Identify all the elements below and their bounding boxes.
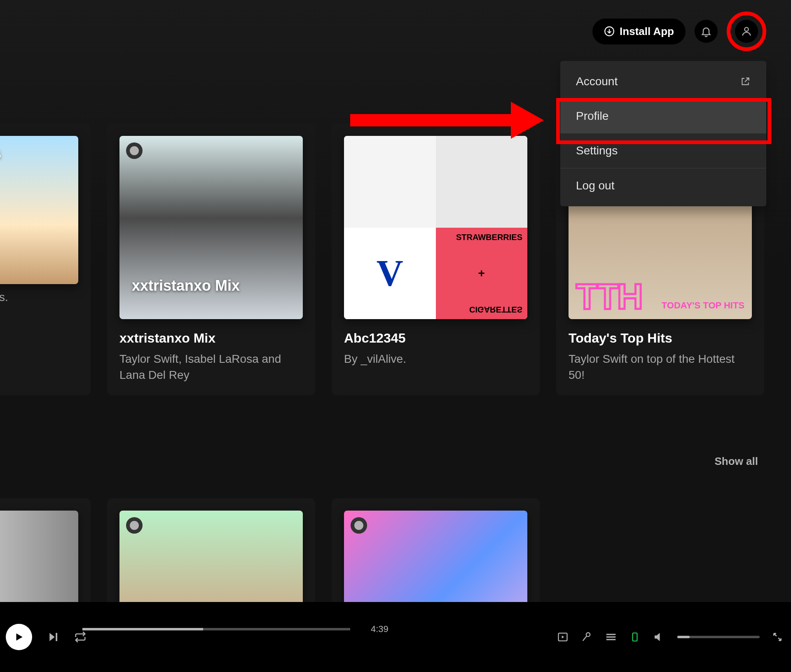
install-app-label: Install App: [620, 25, 674, 38]
fullscreen-button[interactable]: [772, 632, 783, 642]
menu-item-logout[interactable]: Log out: [560, 168, 766, 203]
download-circle-icon: [604, 26, 615, 37]
menu-item-label: Account: [576, 75, 618, 88]
notifications-button[interactable]: [695, 20, 718, 43]
connect-device-button[interactable]: [630, 632, 640, 642]
playlist-card[interactable]: V STRAWBERRIES + CIGARETTES Abc12345 By …: [332, 124, 540, 395]
spotify-badge-icon: [126, 142, 143, 159]
svg-point-2: [130, 146, 139, 155]
svg-rect-7: [633, 633, 637, 641]
playlist-title: xxtristanxo Mix: [119, 331, 303, 346]
playlist-thumbnail: V STRAWBERRIES + CIGARETTES: [344, 136, 527, 319]
menu-item-account[interactable]: Account: [560, 64, 766, 99]
mute-button[interactable]: [653, 631, 665, 643]
external-link-icon: [740, 76, 751, 87]
playlist-title: Abc12345: [344, 331, 527, 346]
repeat-icon: [74, 631, 87, 643]
progress-bar[interactable]: [82, 628, 350, 630]
player-bar: 4:39: [0, 602, 791, 672]
svg-point-6: [586, 633, 590, 637]
queue-button[interactable]: [605, 631, 617, 643]
playlist-card[interactable]: Chill Hits …est new …ts.: [0, 124, 91, 395]
fullscreen-icon: [772, 632, 783, 642]
menu-item-label: Profile: [576, 110, 608, 123]
volume-slider[interactable]: [677, 636, 760, 638]
show-all-link[interactable]: Show all: [715, 455, 758, 468]
playlist-title: Today's Top Hits: [569, 331, 752, 346]
elapsed-time: 4:39: [371, 624, 388, 635]
playlist-subtitle: …est new …ts.: [0, 289, 78, 305]
person-icon: [741, 26, 752, 37]
spotify-badge-icon: [126, 517, 143, 534]
menu-item-label: Settings: [576, 144, 618, 157]
now-playing-view-button[interactable]: [557, 631, 569, 643]
playlist-subtitle: By _vilAlive.: [344, 351, 527, 367]
next-icon: [47, 631, 59, 643]
playlist-subtitle: Taylor Swift, Isabel LaRosa and Lana Del…: [119, 351, 303, 383]
thumb-tagline: TODAY'S TOP HITS: [662, 301, 744, 310]
svg-point-4: [354, 521, 363, 530]
queue-icon: [605, 631, 617, 643]
thumb-overlay-text: Chill Hits: [0, 144, 1, 163]
lyrics-button[interactable]: [581, 631, 592, 643]
spotify-badge-icon: [351, 517, 367, 534]
play-icon: [14, 632, 24, 642]
playlist-card[interactable]: xxtristanxo Mix xxtristanxo Mix Taylor S…: [107, 124, 315, 395]
menu-item-label: Log out: [576, 179, 614, 192]
device-icon: [630, 632, 640, 642]
playlist-thumbnail: Chill Hits: [0, 136, 78, 284]
profile-dropdown: Account Profile Settings Log out: [560, 61, 766, 206]
microphone-icon: [581, 631, 592, 643]
svg-point-3: [130, 521, 139, 530]
thumb-overlay-text: xxtristanxo Mix: [132, 277, 240, 294]
repeat-button[interactable]: [74, 631, 87, 643]
bell-icon: [700, 26, 712, 37]
menu-item-settings[interactable]: Settings: [560, 133, 766, 168]
next-track-button[interactable]: [47, 631, 59, 643]
volume-icon: [653, 631, 665, 643]
play-button[interactable]: [6, 624, 32, 650]
video-icon: [557, 631, 569, 643]
playlist-thumbnail: xxtristanxo Mix: [119, 136, 303, 319]
playlist-subtitle: Taylor Swift on top of the Hottest 50!: [569, 351, 752, 383]
svg-point-1: [744, 28, 748, 31]
install-app-button[interactable]: Install App: [592, 19, 686, 44]
menu-item-profile[interactable]: Profile: [560, 99, 766, 133]
profile-button[interactable]: [735, 20, 758, 43]
